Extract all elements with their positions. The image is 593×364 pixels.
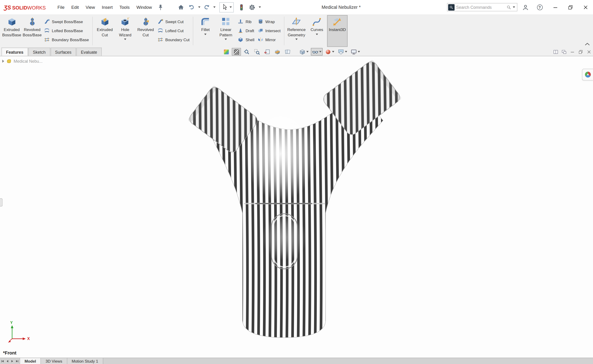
swept-boss-base-button[interactable]: Swept Boss/Base [44,18,89,25]
boundary-cut-button[interactable]: Boundary Cut [157,36,189,43]
edit-appearance-button[interactable] [324,48,336,56]
orientation-sphere-tab[interactable] [582,69,593,81]
tab-sketch[interactable]: Sketch [28,48,50,56]
window-controls [548,0,593,14]
search-icon[interactable] [506,5,511,9]
previous-view-button[interactable] [263,48,272,56]
help-button[interactable]: ? [535,2,545,12]
revolved-cut-button[interactable]: Revolved Cut [135,15,156,47]
login-button[interactable] [520,2,530,12]
select-dropdown-caret[interactable] [229,6,232,8]
tab-evaluate[interactable]: Evaluate [76,48,102,56]
zebra-stripes-button[interactable] [232,48,241,56]
section-view-button[interactable] [273,48,282,56]
button-label: Fillet [201,27,210,32]
reference-geometry-dropdown-caret[interactable] [295,39,297,40]
apply-scene-button[interactable] [337,48,348,56]
tab-features[interactable]: Features [2,48,28,56]
document-restore-button[interactable] [578,49,584,54]
view-orientation-caret[interactable] [306,51,309,52]
hole-wizard-button[interactable]: Hole Wizard [115,15,135,47]
button-label: Revolved [24,27,40,32]
search-scope-icon[interactable] [448,4,455,10]
curves-button[interactable]: Curves [307,15,327,47]
zoom-to-fit-button[interactable] [242,48,251,56]
traffic-light-icon[interactable] [237,3,246,12]
hide-show-items-caret[interactable] [319,51,321,52]
button-label: Wizard [119,32,131,37]
draft-button[interactable]: Draft [237,27,254,34]
tab-surfaces[interactable]: Surfaces [51,48,76,56]
select-tool-button[interactable] [219,2,234,12]
logo-text-works: WORKS [27,5,46,10]
minimize-button[interactable] [548,0,563,14]
hole-wizard-dropdown-caret[interactable] [124,39,126,40]
wrap-button[interactable]: Wrap [257,18,281,25]
shell-button[interactable]: Shell [237,36,254,43]
extruded-boss-base-button[interactable]: Extruded Boss/Base [2,15,22,47]
document-minimize-button[interactable] [570,49,575,54]
command-search [447,3,518,11]
graphics-area[interactable]: Medical Nebu... Y X *Front [0,56,593,358]
button-label: Cut [142,32,149,37]
extruded-cut-button[interactable]: Extruded Cut [94,15,115,47]
edit-appearance-caret[interactable] [332,51,334,52]
linear-pattern-dropdown-caret[interactable] [225,39,227,40]
menu-view[interactable]: View [82,4,99,10]
options-button[interactable] [248,3,256,12]
pin-menu-icon[interactable] [156,3,165,12]
redo-dropdown-caret[interactable] [213,6,216,8]
menu-edit[interactable]: Edit [68,4,82,10]
fillet-dropdown-caret[interactable] [204,33,207,35]
feature-tree-root[interactable]: Medical Nebu... [2,58,43,64]
first-tab-button[interactable] [0,358,5,364]
lofted-cut-button[interactable]: Lofted Cut [157,27,189,34]
search-input[interactable] [456,5,505,9]
close-button[interactable] [578,0,593,14]
intersect-button[interactable]: Intersect [257,27,281,34]
revolved-boss-base-button[interactable]: Revolved Boss/Base [22,15,42,47]
options-dropdown-caret[interactable] [259,6,261,8]
last-tab-button[interactable] [15,358,20,364]
tab-3d-views[interactable]: 3D Views [41,358,67,364]
menu-window[interactable]: Window [133,4,155,10]
rib-button[interactable]: Rib [237,18,254,25]
apply-scene-caret[interactable] [345,51,347,52]
drawing-views-button[interactable] [283,48,292,56]
tree-expand-icon[interactable] [2,59,4,63]
tab-model[interactable]: Model [20,358,41,364]
view-settings-caret[interactable] [358,51,360,52]
fillet-icon [201,17,211,27]
curves-dropdown-caret[interactable] [316,33,318,35]
home-button[interactable] [177,3,186,12]
search-dropdown-caret[interactable] [513,6,515,8]
window-split-button[interactable] [553,49,559,54]
view-settings-button[interactable] [350,48,361,56]
view-orientation-button[interactable] [298,48,310,56]
menu-insert[interactable]: Insert [98,4,116,10]
menu-file[interactable]: File [54,4,68,10]
tab-motion-study-1[interactable]: Motion Study 1 [67,358,103,364]
ribbon-collapse-button[interactable] [585,43,590,46]
reference-geometry-button[interactable]: Reference Geometry [286,15,307,47]
undo-dropdown-caret[interactable] [198,6,201,8]
realview-graphics-button[interactable] [222,48,231,56]
zoom-to-area-button[interactable] [252,48,261,56]
menu-tools[interactable]: Tools [116,4,133,10]
document-close-button[interactable] [586,49,592,54]
swept-cut-button[interactable]: Swept Cut [157,18,189,25]
window-popout-button[interactable] [561,49,567,54]
redo-button[interactable] [202,3,211,12]
lofted-boss-base-button[interactable]: Lofted Boss/Base [44,27,89,34]
instant3d-button[interactable]: Instant3D [327,15,348,47]
linear-pattern-button[interactable]: Linear Pattern [216,15,236,47]
undo-button[interactable] [187,3,196,12]
panel-splitter-handle[interactable] [0,198,3,207]
prev-tab-button[interactable] [5,358,10,364]
boundary-boss-base-button[interactable]: Boundary Boss/Base [44,36,89,43]
mirror-button[interactable]: Mirror [257,36,281,43]
restore-button[interactable] [563,0,578,14]
next-tab-button[interactable] [10,358,15,364]
hide-show-items-button[interactable] [311,48,323,56]
fillet-button[interactable]: Fillet [195,15,216,47]
